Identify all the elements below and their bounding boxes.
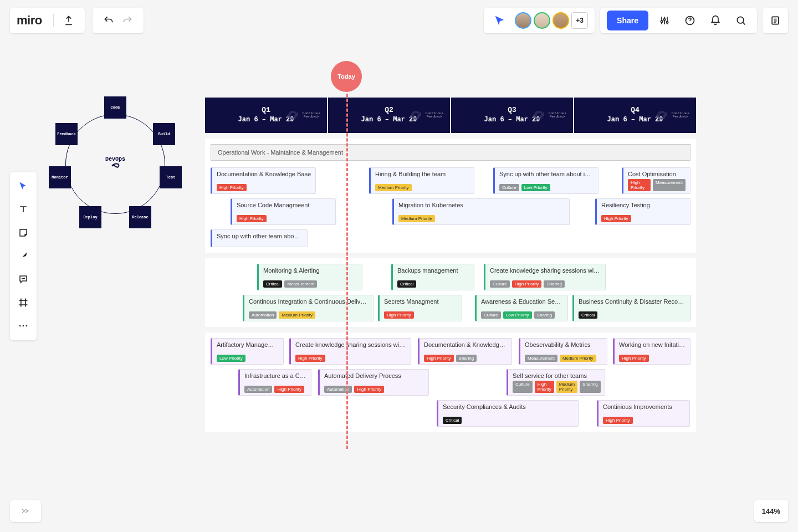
notes-box[interactable] (763, 8, 788, 33)
card[interactable]: Backups managementCritical (391, 264, 474, 290)
undo-redo-box (93, 8, 144, 33)
actions-box: Share (600, 8, 757, 33)
cycle-node-release[interactable]: Release (129, 206, 151, 228)
text-tool[interactable] (13, 200, 33, 219)
cycle-node-feedback[interactable]: Feedback (55, 123, 78, 145)
card[interactable]: Cost OptimisationHigh PriorityMeasuremen… (622, 167, 690, 194)
export-icon[interactable] (59, 11, 78, 30)
avatar[interactable] (534, 12, 550, 29)
card[interactable]: Sync up with other team about intiatives… (493, 167, 598, 194)
svg-point-0 (661, 21, 662, 22)
card[interactable]: Hiring & Building the teamMedium Priorit… (369, 167, 474, 194)
zoom-indicator[interactable]: 144% (754, 500, 788, 522)
card[interactable]: Obeservability & MetricsMeasurementMediu… (519, 338, 607, 365)
more-tools[interactable] (13, 316, 33, 336)
cursor-follow-icon[interactable] (490, 11, 509, 30)
cycle-node-build[interactable]: Build (153, 123, 175, 145)
quarter-q3: Q3Jan 6 – Mar 29 Continous Feedback (451, 98, 574, 133)
line-tool[interactable] (13, 246, 33, 266)
card[interactable]: Self service for other teamsCultureHigh … (507, 369, 605, 396)
today-bubble: Today (331, 61, 362, 92)
card[interactable]: Secrets ManagmentHigh Priority (378, 295, 462, 321)
avatar[interactable] (553, 12, 569, 29)
collapse-toolbar[interactable] (10, 500, 41, 522)
svg-point-2 (666, 22, 668, 23)
svg-point-8 (26, 325, 28, 327)
card[interactable]: Migration to KubernetesMedium Priority (392, 198, 570, 225)
quarter-q1: Q1Jan 6 – Mar 29 Continous Feedback (205, 98, 328, 133)
comment-tool[interactable] (13, 269, 33, 289)
lane-blue: Operational Work - Maintaince & Manageme… (205, 139, 696, 253)
quarter-header: Q1Jan 6 – Mar 29 Continous Feedback Q2Ja… (205, 98, 696, 133)
card[interactable]: Continous Integration & Continuous Deliv… (243, 295, 374, 321)
card[interactable]: Continious ImprovementsHigh Priority (597, 400, 690, 427)
card[interactable]: Working on new Initatives & IdeasHigh Pr… (613, 338, 690, 365)
card[interactable]: Security Compliances & AuditsCritical (437, 400, 579, 427)
notes-icon (770, 15, 781, 26)
avatar-stack: +3 (515, 12, 588, 29)
lane-green: Monitoring & AlertingCriticalMeasurement… (205, 258, 696, 327)
card[interactable]: Awareness & Education SesionsCultureLow … (475, 295, 568, 321)
card[interactable]: Resiliency TestingHigh Priority (595, 198, 690, 225)
card[interactable]: Documentation & Knowledge BaseHigh Prior… (211, 167, 316, 194)
topbar: miro (10, 8, 788, 34)
card[interactable]: Documentation & Knowledge BaseHigh Prior… (418, 338, 512, 365)
quarter-q4: Q4Jan 6 – Mar 29 Continous Feedback (574, 98, 696, 133)
help-icon[interactable] (681, 11, 699, 30)
share-button[interactable]: Share (607, 11, 648, 30)
quarter-q2: Q2Jan 6 – Mar 29 Continous Feedback (328, 98, 451, 133)
tool-rail (10, 172, 37, 340)
card[interactable]: Automated Delivery ProcessAutomationHigh… (318, 369, 429, 396)
card[interactable]: Business Continuity & Disaster RecoveryC… (572, 295, 691, 321)
cycle-node-code[interactable]: Code (104, 96, 126, 119)
card[interactable]: Create knowledge sharing sessions with o… (289, 338, 411, 365)
cycle-node-deploy[interactable]: Deploy (79, 206, 101, 228)
card[interactable]: Monitoring & AlertingCriticalMeasurement (257, 264, 362, 290)
settings-sliders-icon[interactable] (655, 11, 674, 30)
card[interactable]: Sync up with other team about intiatives (211, 229, 308, 247)
svg-point-1 (663, 19, 665, 21)
frame-tool[interactable] (13, 293, 33, 313)
logo[interactable]: miro (17, 13, 42, 28)
svg-point-7 (23, 325, 24, 327)
roadmap[interactable]: Q1Jan 6 – Mar 29 Continous Feedback Q2Ja… (205, 98, 696, 432)
cycle-node-monitor[interactable]: Monitor (49, 166, 71, 188)
collab-box: +3 (484, 8, 595, 33)
canvas[interactable]: miro (0, 0, 798, 532)
card[interactable]: Artifactory ManagementLow Priority (211, 338, 284, 365)
card[interactable]: Create knowledge sharing sessions with o… (484, 264, 606, 290)
lane-purple: Artifactory ManagementLow Priority Creat… (205, 332, 696, 432)
devops-cycle[interactable]: DevOps Code Build Test Release Deploy Mo… (49, 98, 182, 231)
bell-icon[interactable] (706, 11, 725, 30)
avatar-overflow[interactable]: +3 (571, 12, 588, 29)
avatar[interactable] (515, 12, 531, 29)
devops-center: DevOps (105, 156, 125, 172)
select-tool[interactable] (13, 176, 33, 196)
cycle-node-test[interactable]: Test (160, 166, 182, 188)
sticky-tool[interactable] (13, 223, 33, 243)
card[interactable]: Source Code ManagmeentHigh Priority (231, 198, 336, 225)
undo-icon[interactable] (99, 11, 118, 30)
svg-point-6 (19, 325, 21, 327)
svg-point-4 (737, 17, 744, 23)
search-icon[interactable] (732, 11, 750, 30)
card[interactable]: Infrastructure as a CodeAutomationHigh P… (238, 369, 311, 396)
ops-bar[interactable]: Operational Work - Maintaince & Manageme… (211, 144, 690, 161)
redo-icon[interactable] (118, 11, 137, 30)
logo-box: miro (10, 8, 85, 33)
